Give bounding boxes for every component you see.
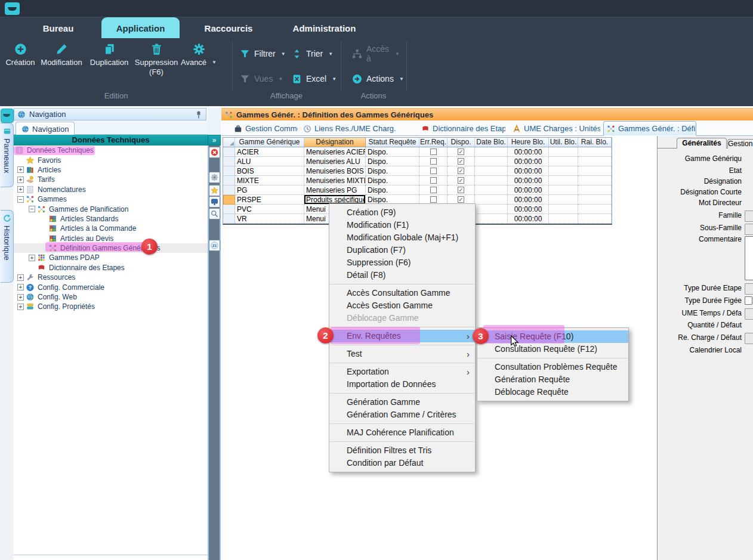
tree-item-ressources[interactable]: +Ressources xyxy=(14,273,208,282)
table-row[interactable]: BOISMenuiseries BOISDispo.✓00:00:00 xyxy=(223,166,612,176)
menu-item-suppression-f6[interactable]: Suppression (F6) xyxy=(329,256,475,269)
menu-item-generation-gamme-criteres[interactable]: Génération Gamme / Critères xyxy=(329,409,475,421)
select-all-header[interactable] xyxy=(223,138,235,147)
chevron-down-icon[interactable]: ▼ xyxy=(332,76,337,82)
dock-tab-historique[interactable]: Historique xyxy=(1,210,14,283)
trier-button[interactable]: Trier▼ xyxy=(292,47,340,61)
cell-dispo[interactable]: ✓ xyxy=(448,176,475,185)
cell[interactable]: MIXTE xyxy=(235,176,304,185)
collapse-panel-button[interactable]: » xyxy=(208,135,221,146)
cell[interactable]: Dispo. xyxy=(366,185,419,195)
table-row[interactable]: MIXTEMenuiseries MIXTEDispo.✓00:00:00 xyxy=(223,176,612,185)
cell[interactable]: Dispo. xyxy=(366,176,419,185)
cell[interactable] xyxy=(578,166,612,176)
field-textarea-commentaire[interactable] xyxy=(745,236,753,280)
cell-err[interactable] xyxy=(419,147,448,157)
checkbox-unchecked[interactable] xyxy=(430,177,437,184)
acces-a-button[interactable]: Accès à▼ xyxy=(352,47,400,61)
menu-item-test[interactable]: Test› xyxy=(329,348,475,360)
menu-item-env-requetes[interactable]: Env. Requêtes› xyxy=(329,330,475,342)
checkbox-checked[interactable]: ✓ xyxy=(458,177,464,184)
field-input-ume-temps-defa[interactable] xyxy=(745,308,753,320)
submenu-item-generation-requete[interactable]: Génération Requête xyxy=(477,373,628,386)
tree-item-nomenclatures[interactable]: +Nomenclatures xyxy=(14,185,208,194)
column-header-util-blo[interactable]: Util. Blo. xyxy=(549,138,578,147)
column-header-rai-blo[interactable]: Rai. Blo. xyxy=(578,138,612,147)
duplication-button[interactable]: Duplication xyxy=(87,43,131,67)
tree-item-gammes-de-planification[interactable]: −Gammes de Planification xyxy=(14,204,208,214)
document-tab-liens-res-ume-charg[interactable]: Liens Res./UME Charg... xyxy=(300,122,396,135)
ribbon-tab-bureau[interactable]: Bureau xyxy=(24,17,92,39)
cell[interactable]: ALU xyxy=(235,157,304,166)
menu-item-duplication-f7[interactable]: Duplication (F7) xyxy=(329,244,475,256)
dock-logo-icon[interactable] xyxy=(1,109,14,123)
menu-item-maj-coherence-planification[interactable]: MAJ Cohérence Planification xyxy=(329,426,475,439)
tree-expander-plus-icon[interactable]: + xyxy=(17,274,24,281)
cell[interactable]: 00:00:00 xyxy=(508,147,549,157)
menu-item-importation-de-donnees[interactable]: Importation de Données xyxy=(329,378,475,391)
menu-item-definition-filtres-et-tris[interactable]: Définition Filtres et Tris xyxy=(329,444,475,457)
table-row[interactable]: PGMenuiseries PGDispo.✓00:00:00 xyxy=(223,185,612,195)
menu-item-acces-gestion-gamme[interactable]: Accès Gestion Gamme xyxy=(329,299,475,312)
ribbon-tab-application[interactable]: Application xyxy=(101,17,180,39)
tree-expander-minus-icon[interactable]: − xyxy=(17,196,24,203)
submenu-item-saisie-requete-f10[interactable]: Saisie Requête (F10) xyxy=(477,330,628,343)
row-selector[interactable] xyxy=(223,157,235,166)
cell-dispo[interactable]: ✓ xyxy=(448,147,475,157)
cell-dispo[interactable]: ✓ xyxy=(448,166,475,176)
cell[interactable]: 00:00:00 xyxy=(508,195,549,205)
menu-item-condition-par-defaut[interactable]: Condition par Défaut xyxy=(329,457,475,469)
cell[interactable] xyxy=(475,195,508,205)
tree-item-donnees-techniques[interactable]: Données Techniques xyxy=(14,146,208,155)
cell[interactable] xyxy=(549,157,578,166)
cell[interactable]: Dispo. xyxy=(366,147,419,157)
cell-dispo[interactable]: ✓ xyxy=(448,185,475,195)
cell[interactable] xyxy=(578,195,612,205)
row-selector[interactable] xyxy=(223,166,235,176)
pin-icon[interactable] xyxy=(195,110,203,119)
field-input-re-charge-defaut[interactable] xyxy=(745,333,753,344)
tree-expander-plus-icon[interactable]: + xyxy=(17,294,24,301)
tree-item-favoris[interactable]: Favoris xyxy=(14,155,208,165)
cell[interactable]: ACIER xyxy=(235,147,304,157)
checkbox-unchecked[interactable] xyxy=(430,187,437,193)
cell[interactable] xyxy=(578,157,612,166)
tree-item-gammes-pdap[interactable]: +Gammes PDAP xyxy=(14,253,208,262)
column-header-date-blo[interactable]: Date Blo. xyxy=(475,138,508,147)
tree-item-dictionnaire-des-etapes[interactable]: Dictionnaire des Etapes xyxy=(14,263,208,273)
checkbox-checked[interactable]: ✓ xyxy=(458,196,464,203)
table-row[interactable]: ALUMenuiseries ALUDispo.✓00:00:00 xyxy=(223,157,612,166)
column-header-designation[interactable]: Désignation xyxy=(304,138,366,147)
checkbox-checked[interactable]: ✓ xyxy=(458,148,464,155)
creation-button[interactable]: Création xyxy=(5,43,36,67)
cell[interactable] xyxy=(578,214,612,224)
cell[interactable]: PG xyxy=(235,185,304,195)
dock-tab-panneaux[interactable]: Panneaux xyxy=(1,123,14,187)
cell[interactable] xyxy=(549,205,578,214)
checkbox-unchecked[interactable] xyxy=(430,148,437,155)
monitor-button[interactable] xyxy=(209,196,220,208)
cell[interactable] xyxy=(475,214,508,224)
cell[interactable] xyxy=(549,185,578,195)
column-header-dispo[interactable]: Dispo. xyxy=(448,138,475,147)
tree-expander-plus-icon[interactable]: + xyxy=(17,304,24,310)
tree-item-tarifs[interactable]: +Tarifs xyxy=(14,175,208,184)
cell[interactable]: 00:00:00 xyxy=(508,205,549,214)
tree-item-config-proprietes[interactable]: +Config. Propriétés xyxy=(14,302,208,311)
search-button[interactable] xyxy=(209,208,220,219)
row-selector[interactable] xyxy=(223,195,235,205)
vues-button[interactable]: Vues▼ xyxy=(240,72,288,86)
field-input-sous-famille[interactable] xyxy=(745,224,753,235)
cell[interactable] xyxy=(549,195,578,205)
cell-err[interactable] xyxy=(419,185,448,195)
tree-expander-plus-icon[interactable]: + xyxy=(29,255,35,261)
cell[interactable]: Menuiseries PG xyxy=(304,185,366,195)
field-checkbox-type-duree-figee[interactable] xyxy=(745,296,752,305)
cell[interactable]: Menuiseries ALU xyxy=(304,157,366,166)
tree-expander-plus-icon[interactable]: + xyxy=(17,177,24,183)
chevron-down-icon[interactable]: ▼ xyxy=(399,76,404,82)
checkbox-unchecked[interactable] xyxy=(430,158,437,165)
cell[interactable] xyxy=(475,157,508,166)
row-selector[interactable] xyxy=(223,205,235,214)
cell-err[interactable] xyxy=(419,157,448,166)
